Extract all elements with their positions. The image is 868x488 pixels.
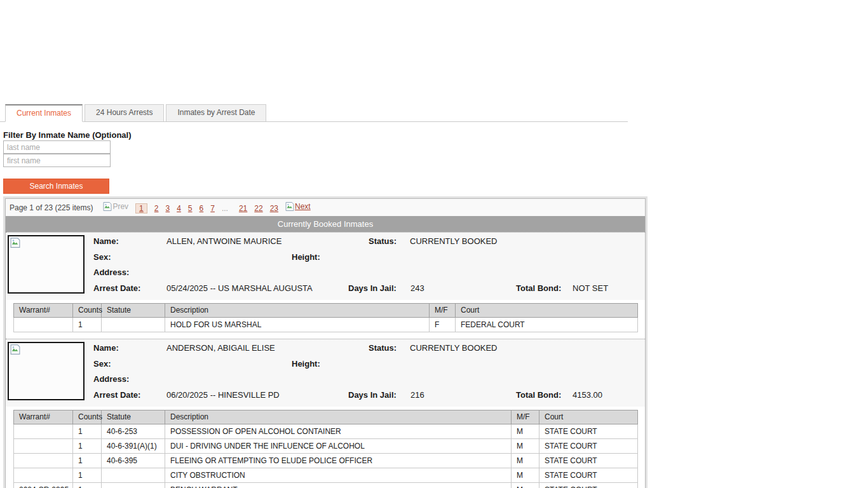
statute-cell: 40-6-395 (102, 454, 165, 468)
pager-summary: Page 1 of 23 (225 items) (10, 203, 93, 212)
court-cell: STATE COURT (539, 454, 638, 468)
statute-cell (102, 318, 165, 332)
name-label: Name: (93, 236, 119, 246)
inmate-record: Name: ALLEN, ANTWOINE MAURICE Status: CU… (6, 232, 645, 339)
address-label: Address: (93, 374, 129, 384)
counts-cell: 1 (73, 454, 102, 468)
description-cell: BENCH WARRANT (165, 483, 512, 488)
next-label[interactable]: Next (295, 202, 311, 211)
inmates-panel: Page 1 of 23 (225 items) Prev1234567...2… (3, 196, 648, 488)
statute-cell (102, 483, 165, 488)
arrest-date-label: Arrest Date: (93, 390, 140, 400)
address-label: Address: (93, 268, 129, 277)
grid-title: Currently Booked Inmates (6, 216, 645, 232)
height-label: Height: (292, 252, 320, 262)
pager-page-link[interactable]: 4 (177, 204, 181, 213)
broken-image-icon (103, 202, 112, 211)
mf-cell: M (512, 468, 539, 483)
pager-page-link[interactable]: 6 (200, 204, 204, 213)
column-header-court: Court (539, 410, 638, 424)
pager-page-link[interactable]: 22 (254, 204, 262, 213)
arrest-date-label: Arrest Date: (93, 283, 140, 293)
table-row: 2024-SR-2395 1 BENCH WARRANT M STATE COU… (14, 483, 638, 488)
statute-cell (102, 468, 165, 483)
pager-page-link[interactable]: 3 (165, 204, 170, 213)
warrant-cell: 2024-SR-2395 (14, 483, 73, 488)
column-header-description: Description (165, 410, 512, 424)
days-in-jail-label: Days In Jail: (348, 283, 397, 293)
pager: Page 1 of 23 (225 items) Prev1234567...2… (6, 199, 645, 216)
arrest-date-value: 05/24/2025 -- US MARSHAL AUGUSTA (166, 283, 313, 293)
name-value: ALLEN, ANTWOINE MAURICE (166, 236, 281, 246)
pager-page-link[interactable]: 21 (239, 204, 247, 213)
arrest-date-value: 06/20/2025 -- HINESVILLE PD (166, 390, 280, 400)
court-cell: STATE COURT (539, 439, 638, 454)
days-in-jail-label: Days In Jail: (348, 390, 397, 400)
inmate-record: Name: ANDERSON, ABIGAIL ELISE Status: CU… (6, 339, 645, 488)
first-name-input[interactable] (3, 154, 111, 167)
charges-table: Warrant# Counts Statute Description M/F … (13, 410, 638, 488)
mf-cell: F (430, 318, 456, 332)
days-in-jail-value: 243 (410, 283, 424, 293)
counts-cell: 1 (73, 468, 102, 483)
table-row: 1 40-6-253 POSSESSION OF OPEN ALCOHOL CO… (14, 424, 638, 439)
pager-ellipsis: ... (222, 204, 228, 213)
counts-cell: 1 (73, 439, 102, 454)
counts-cell: 1 (73, 424, 102, 439)
sex-label: Sex: (93, 252, 111, 262)
description-cell: POSSESSION OF OPEN ALCOHOL CONTAINER (165, 424, 512, 439)
inmate-list: Name: ALLEN, ANTWOINE MAURICE Status: CU… (6, 232, 645, 488)
charges-header-row: Warrant# Counts Statute Description M/F … (14, 410, 638, 424)
pager-page-link[interactable]: 7 (210, 204, 215, 213)
status-badge: CURRENTLY BOOKED (410, 236, 498, 246)
total-bond-value: 4153.00 (573, 390, 602, 400)
last-name-input[interactable] (3, 140, 111, 154)
pager-current-page: 1 (135, 203, 147, 214)
prev-button[interactable]: Prev (103, 202, 128, 211)
height-label: Height: (292, 359, 320, 369)
mf-cell: M (512, 483, 539, 488)
charge-rows: 1 40-6-253 POSSESSION OF OPEN ALCOHOL CO… (14, 424, 638, 488)
inmates-panel-inner: Page 1 of 23 (225 items) Prev1234567...2… (5, 198, 646, 488)
prev-label[interactable]: Prev (112, 202, 128, 211)
table-row: 1 CITY OBSTRUCTION M STATE COURT (14, 468, 638, 483)
description-cell: CITY OBSTRUCTION (165, 468, 512, 483)
column-header-counts: Counts (73, 410, 102, 424)
total-bond-value: NOT SET (573, 283, 608, 293)
description-cell: HOLD FOR US MARSHAL (165, 318, 430, 332)
total-bond-label: Total Bond: (516, 283, 561, 293)
filter-section-label: Filter By Inmate Name (Optional) (3, 130, 868, 140)
pager-page-link[interactable]: 2 (154, 204, 159, 213)
tab-bar: Current Inmates 24 Hours Arrests Inmates… (0, 104, 628, 122)
column-header-counts: Counts (73, 304, 102, 318)
name-value: ANDERSON, ABIGAIL ELISE (166, 343, 275, 353)
description-cell: FLEEING OR ATTEMPTING TO ELUDE POLICE OF… (165, 454, 512, 468)
tab-24-hours-arrests[interactable]: 24 Hours Arrests (85, 104, 164, 121)
search-inmates-button[interactable]: Search Inmates (3, 179, 109, 194)
tab-inmates-by-arrest-date[interactable]: Inmates by Arrest Date (166, 104, 266, 121)
next-button[interactable]: Next (285, 202, 311, 211)
column-header-warrant: Warrant# (14, 410, 73, 424)
pager-page-link[interactable]: 23 (270, 204, 278, 213)
counts-cell: 1 (73, 318, 102, 332)
warrant-cell (14, 318, 73, 332)
name-label: Name: (93, 343, 119, 353)
inmate-roster-page: Current Inmates 24 Hours Arrests Inmates… (0, 0, 868, 488)
warrant-cell (14, 439, 73, 454)
total-bond-label: Total Bond: (516, 390, 561, 400)
court-cell: FEDERAL COURT (456, 318, 638, 332)
table-row: 1 40-6-395 FLEEING OR ATTEMPTING TO ELUD… (14, 454, 638, 468)
charges-section: Warrant# Counts Statute Description M/F … (6, 407, 645, 488)
column-header-statute: Statute (102, 410, 165, 424)
inmate-summary: Name: ANDERSON, ABIGAIL ELISE Status: CU… (6, 339, 645, 407)
sex-label: Sex: (93, 359, 111, 369)
status-label: Status: (369, 236, 397, 246)
column-header-statute: Statute (102, 304, 165, 318)
charges-table: Warrant# Counts Statute Description M/F … (13, 303, 638, 332)
charge-rows: 1 HOLD FOR US MARSHAL F FEDERAL COURT (14, 318, 638, 332)
pager-page-link[interactable]: 5 (188, 204, 193, 213)
statute-cell: 40-6-391(A)(1) (102, 439, 165, 454)
tab-current-inmates[interactable]: Current Inmates (5, 104, 83, 122)
court-cell: STATE COURT (539, 468, 638, 483)
pager-links: Prev1234567...212223 Next (103, 202, 317, 213)
